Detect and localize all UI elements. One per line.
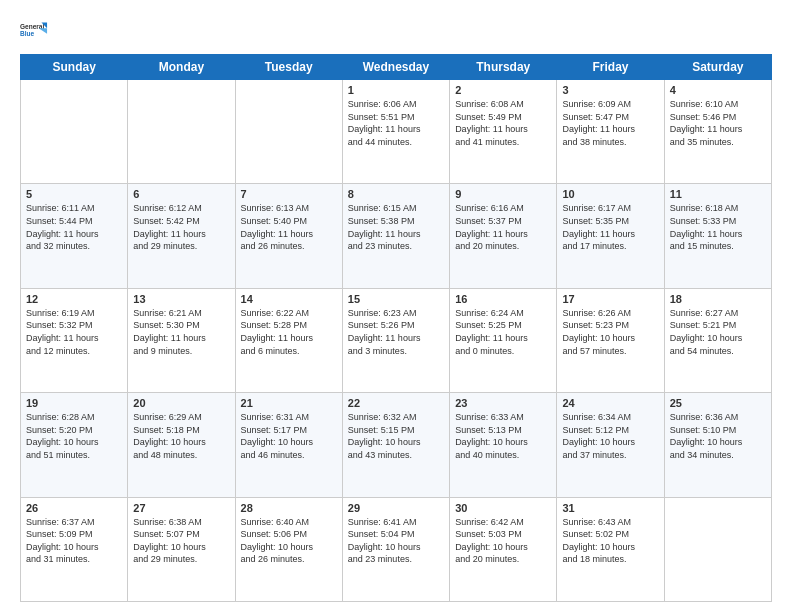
cell-info: Sunrise: 6:42 AM Sunset: 5:03 PM Dayligh… (455, 516, 551, 566)
calendar-cell: 27Sunrise: 6:38 AM Sunset: 5:07 PM Dayli… (128, 497, 235, 601)
page: GeneralBlue SundayMondayTuesdayWednesday… (0, 0, 792, 612)
calendar-cell: 18Sunrise: 6:27 AM Sunset: 5:21 PM Dayli… (664, 288, 771, 392)
calendar-week-1: 1Sunrise: 6:06 AM Sunset: 5:51 PM Daylig… (21, 80, 772, 184)
cell-info: Sunrise: 6:43 AM Sunset: 5:02 PM Dayligh… (562, 516, 658, 566)
day-number: 31 (562, 502, 658, 514)
cell-info: Sunrise: 6:15 AM Sunset: 5:38 PM Dayligh… (348, 202, 444, 252)
calendar-cell: 3Sunrise: 6:09 AM Sunset: 5:47 PM Daylig… (557, 80, 664, 184)
day-number: 4 (670, 84, 766, 96)
day-number: 27 (133, 502, 229, 514)
day-number: 20 (133, 397, 229, 409)
calendar-cell: 16Sunrise: 6:24 AM Sunset: 5:25 PM Dayli… (450, 288, 557, 392)
weekday-header-tuesday: Tuesday (235, 55, 342, 80)
day-number: 30 (455, 502, 551, 514)
weekday-header-saturday: Saturday (664, 55, 771, 80)
cell-info: Sunrise: 6:34 AM Sunset: 5:12 PM Dayligh… (562, 411, 658, 461)
day-number: 26 (26, 502, 122, 514)
day-number: 13 (133, 293, 229, 305)
calendar-cell: 6Sunrise: 6:12 AM Sunset: 5:42 PM Daylig… (128, 184, 235, 288)
day-number: 3 (562, 84, 658, 96)
calendar-cell: 28Sunrise: 6:40 AM Sunset: 5:06 PM Dayli… (235, 497, 342, 601)
cell-info: Sunrise: 6:26 AM Sunset: 5:23 PM Dayligh… (562, 307, 658, 357)
day-number: 16 (455, 293, 551, 305)
cell-info: Sunrise: 6:08 AM Sunset: 5:49 PM Dayligh… (455, 98, 551, 148)
cell-info: Sunrise: 6:13 AM Sunset: 5:40 PM Dayligh… (241, 202, 337, 252)
calendar-cell (21, 80, 128, 184)
cell-info: Sunrise: 6:22 AM Sunset: 5:28 PM Dayligh… (241, 307, 337, 357)
cell-info: Sunrise: 6:11 AM Sunset: 5:44 PM Dayligh… (26, 202, 122, 252)
calendar-cell: 25Sunrise: 6:36 AM Sunset: 5:10 PM Dayli… (664, 393, 771, 497)
calendar-cell: 1Sunrise: 6:06 AM Sunset: 5:51 PM Daylig… (342, 80, 449, 184)
day-number: 6 (133, 188, 229, 200)
day-number: 28 (241, 502, 337, 514)
calendar-cell: 4Sunrise: 6:10 AM Sunset: 5:46 PM Daylig… (664, 80, 771, 184)
cell-info: Sunrise: 6:28 AM Sunset: 5:20 PM Dayligh… (26, 411, 122, 461)
calendar-cell: 15Sunrise: 6:23 AM Sunset: 5:26 PM Dayli… (342, 288, 449, 392)
calendar-cell: 29Sunrise: 6:41 AM Sunset: 5:04 PM Dayli… (342, 497, 449, 601)
weekday-header-sunday: Sunday (21, 55, 128, 80)
calendar-cell: 23Sunrise: 6:33 AM Sunset: 5:13 PM Dayli… (450, 393, 557, 497)
day-number: 18 (670, 293, 766, 305)
calendar-cell: 17Sunrise: 6:26 AM Sunset: 5:23 PM Dayli… (557, 288, 664, 392)
day-number: 21 (241, 397, 337, 409)
day-number: 5 (26, 188, 122, 200)
cell-info: Sunrise: 6:40 AM Sunset: 5:06 PM Dayligh… (241, 516, 337, 566)
cell-info: Sunrise: 6:16 AM Sunset: 5:37 PM Dayligh… (455, 202, 551, 252)
day-number: 9 (455, 188, 551, 200)
calendar-cell: 5Sunrise: 6:11 AM Sunset: 5:44 PM Daylig… (21, 184, 128, 288)
calendar-week-2: 5Sunrise: 6:11 AM Sunset: 5:44 PM Daylig… (21, 184, 772, 288)
day-number: 12 (26, 293, 122, 305)
calendar-cell: 7Sunrise: 6:13 AM Sunset: 5:40 PM Daylig… (235, 184, 342, 288)
calendar-table: SundayMondayTuesdayWednesdayThursdayFrid… (20, 54, 772, 602)
calendar-cell (128, 80, 235, 184)
cell-info: Sunrise: 6:19 AM Sunset: 5:32 PM Dayligh… (26, 307, 122, 357)
day-number: 17 (562, 293, 658, 305)
logo-icon: GeneralBlue (20, 16, 48, 44)
day-number: 23 (455, 397, 551, 409)
cell-info: Sunrise: 6:24 AM Sunset: 5:25 PM Dayligh… (455, 307, 551, 357)
day-number: 10 (562, 188, 658, 200)
weekday-header-wednesday: Wednesday (342, 55, 449, 80)
calendar-cell: 19Sunrise: 6:28 AM Sunset: 5:20 PM Dayli… (21, 393, 128, 497)
cell-info: Sunrise: 6:17 AM Sunset: 5:35 PM Dayligh… (562, 202, 658, 252)
weekday-header-thursday: Thursday (450, 55, 557, 80)
cell-info: Sunrise: 6:10 AM Sunset: 5:46 PM Dayligh… (670, 98, 766, 148)
cell-info: Sunrise: 6:09 AM Sunset: 5:47 PM Dayligh… (562, 98, 658, 148)
cell-info: Sunrise: 6:06 AM Sunset: 5:51 PM Dayligh… (348, 98, 444, 148)
day-number: 24 (562, 397, 658, 409)
cell-info: Sunrise: 6:36 AM Sunset: 5:10 PM Dayligh… (670, 411, 766, 461)
calendar-cell: 22Sunrise: 6:32 AM Sunset: 5:15 PM Dayli… (342, 393, 449, 497)
cell-info: Sunrise: 6:31 AM Sunset: 5:17 PM Dayligh… (241, 411, 337, 461)
calendar-week-4: 19Sunrise: 6:28 AM Sunset: 5:20 PM Dayli… (21, 393, 772, 497)
day-number: 29 (348, 502, 444, 514)
calendar-cell: 24Sunrise: 6:34 AM Sunset: 5:12 PM Dayli… (557, 393, 664, 497)
calendar-cell: 8Sunrise: 6:15 AM Sunset: 5:38 PM Daylig… (342, 184, 449, 288)
calendar-cell (235, 80, 342, 184)
cell-info: Sunrise: 6:29 AM Sunset: 5:18 PM Dayligh… (133, 411, 229, 461)
calendar-cell: 26Sunrise: 6:37 AM Sunset: 5:09 PM Dayli… (21, 497, 128, 601)
day-number: 7 (241, 188, 337, 200)
day-number: 8 (348, 188, 444, 200)
calendar-cell: 13Sunrise: 6:21 AM Sunset: 5:30 PM Dayli… (128, 288, 235, 392)
weekday-header-friday: Friday (557, 55, 664, 80)
calendar-week-5: 26Sunrise: 6:37 AM Sunset: 5:09 PM Dayli… (21, 497, 772, 601)
cell-info: Sunrise: 6:38 AM Sunset: 5:07 PM Dayligh… (133, 516, 229, 566)
cell-info: Sunrise: 6:32 AM Sunset: 5:15 PM Dayligh… (348, 411, 444, 461)
calendar-cell: 12Sunrise: 6:19 AM Sunset: 5:32 PM Dayli… (21, 288, 128, 392)
cell-info: Sunrise: 6:21 AM Sunset: 5:30 PM Dayligh… (133, 307, 229, 357)
day-number: 19 (26, 397, 122, 409)
cell-info: Sunrise: 6:18 AM Sunset: 5:33 PM Dayligh… (670, 202, 766, 252)
calendar-cell: 9Sunrise: 6:16 AM Sunset: 5:37 PM Daylig… (450, 184, 557, 288)
day-number: 15 (348, 293, 444, 305)
day-number: 14 (241, 293, 337, 305)
calendar-cell: 20Sunrise: 6:29 AM Sunset: 5:18 PM Dayli… (128, 393, 235, 497)
cell-info: Sunrise: 6:12 AM Sunset: 5:42 PM Dayligh… (133, 202, 229, 252)
calendar-cell: 31Sunrise: 6:43 AM Sunset: 5:02 PM Dayli… (557, 497, 664, 601)
cell-info: Sunrise: 6:33 AM Sunset: 5:13 PM Dayligh… (455, 411, 551, 461)
calendar-cell: 30Sunrise: 6:42 AM Sunset: 5:03 PM Dayli… (450, 497, 557, 601)
svg-text:Blue: Blue (20, 30, 34, 37)
day-number: 22 (348, 397, 444, 409)
cell-info: Sunrise: 6:37 AM Sunset: 5:09 PM Dayligh… (26, 516, 122, 566)
logo: GeneralBlue (20, 16, 48, 44)
weekday-header-monday: Monday (128, 55, 235, 80)
